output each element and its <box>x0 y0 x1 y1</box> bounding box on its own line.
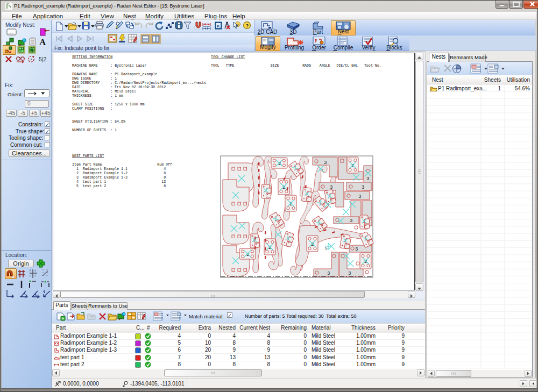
svg-text:K: K <box>217 24 220 28</box>
svg-text:3: 3 <box>355 247 358 252</box>
svg-text:3: 3 <box>358 194 361 199</box>
svg-text:3: 3 <box>348 271 351 276</box>
svg-text:3: 3 <box>327 271 330 276</box>
svg-text:3: 3 <box>324 160 327 166</box>
svg-text:?: ? <box>246 23 249 28</box>
svg-text:3: 3 <box>350 218 352 224</box>
svg-text:3: 3 <box>366 176 369 182</box>
svg-text:5|2: 5|2 <box>39 56 47 62</box>
svg-text:A: A <box>39 37 46 47</box>
svg-text:3: 3 <box>362 185 364 190</box>
